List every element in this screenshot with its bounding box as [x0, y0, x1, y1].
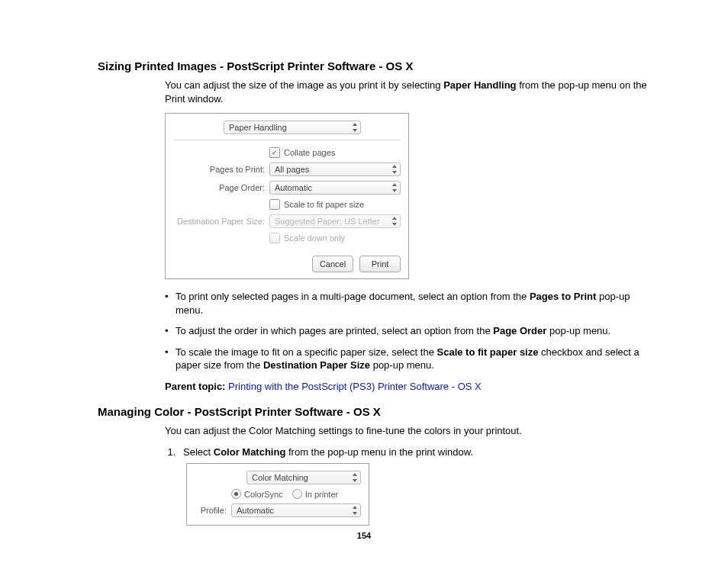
parent-topic-label: Parent topic:: [165, 381, 228, 392]
bullet-1: To print only selected pages in a multi-…: [165, 290, 659, 317]
s1a: Select: [183, 446, 214, 458]
page-order-value: Automatic: [275, 183, 312, 192]
colorsync-radio[interactable]: [231, 489, 241, 499]
destination-size-select: Suggested Paper: US Letter: [269, 214, 401, 228]
s1c: from the pop-up menu in the print window…: [285, 446, 473, 458]
b2b: Page Order: [493, 325, 546, 336]
intro-bold: Paper Handling: [443, 79, 516, 91]
color-matching-dialog: Color Matching ColorSync In printer Prof…: [186, 463, 369, 526]
in-printer-radio[interactable]: [292, 489, 302, 499]
scale-fit-checkbox[interactable]: [269, 199, 280, 210]
pages-to-print-select[interactable]: All pages: [269, 162, 401, 176]
cancel-button[interactable]: Cancel: [312, 256, 353, 272]
dialog-button-row: Cancel Print: [173, 249, 401, 272]
b1a: To print only selected pages in a multi-…: [176, 291, 530, 302]
popup-menu-value: Paper Handling: [229, 123, 287, 132]
profile-value: Automatic: [237, 506, 274, 515]
scale-down-label: Scale down only: [284, 233, 345, 243]
section2-heading: Managing Color - PostScript Printer Soft…: [98, 405, 659, 418]
destination-size-row: Destination Paper Size: Suggested Paper:…: [173, 214, 401, 228]
page-order-select[interactable]: Automatic: [269, 181, 401, 195]
section1-bullets: To print only selected pages in a multi-…: [165, 290, 659, 372]
profile-row: Profile: Automatic: [195, 503, 361, 517]
s1b: Color Matching: [214, 446, 286, 458]
updown-arrows-icon: [352, 505, 358, 516]
collate-checkbox[interactable]: ✓: [269, 147, 280, 158]
collate-label: Collate pages: [284, 148, 335, 157]
updown-arrows-icon: [352, 122, 358, 133]
section2-steps: Select Color Matching from the pop-up me…: [165, 446, 659, 459]
b2c: pop-up menu.: [546, 325, 610, 336]
b3a: To scale the image to fit on a specific …: [176, 346, 437, 358]
b3e: pop-up menu.: [370, 359, 434, 371]
scale-down-checkbox: [269, 233, 280, 243]
section1-heading: Sizing Printed Images - PostScript Print…: [98, 60, 659, 72]
in-printer-option[interactable]: In printer: [292, 489, 338, 499]
step-1: Select Color Matching from the pop-up me…: [179, 446, 659, 459]
popup-menu-select[interactable]: Paper Handling: [224, 121, 361, 134]
updown-arrows-icon: [391, 164, 398, 175]
scale-down-row: Scale down only: [173, 233, 401, 243]
b1b: Pages to Print: [530, 291, 596, 302]
popup-menu-select-2[interactable]: Color Matching: [246, 471, 361, 484]
paper-handling-dialog: Paper Handling ✓ Collate pages Pages to …: [165, 113, 409, 279]
b2a: To adjust the order in which pages are p…: [176, 325, 493, 336]
pages-to-print-value: All pages: [275, 165, 309, 174]
section2-body: You can adjust the Color Matching settin…: [165, 424, 659, 526]
document-page: Sizing Printed Images - PostScript Print…: [0, 0, 728, 563]
destination-size-label: Destination Paper Size:: [173, 217, 269, 226]
bullet-2: To adjust the order in which pages are p…: [165, 324, 659, 338]
updown-arrows-icon: [352, 472, 358, 483]
divider: [173, 140, 401, 140]
print-button[interactable]: Print: [359, 256, 401, 272]
destination-size-value: Suggested Paper: US Letter: [275, 217, 380, 226]
section1-intro: You can adjust the size of the image as …: [165, 79, 659, 105]
parent-topic-link[interactable]: Printing with the PostScript (PS3) Print…: [228, 381, 482, 392]
page-order-row: Page Order: Automatic: [173, 181, 401, 195]
menu-row-2: Color Matching: [195, 471, 361, 484]
profile-label: Profile:: [195, 506, 231, 515]
parent-topic: Parent topic: Printing with the PostScri…: [165, 380, 659, 394]
menu-row: Paper Handling: [173, 121, 401, 134]
profile-select[interactable]: Automatic: [231, 503, 361, 517]
popup-menu-value-2: Color Matching: [252, 473, 308, 482]
in-printer-label: In printer: [305, 490, 338, 499]
page-number: 154: [0, 531, 728, 540]
intro-text-pre: You can adjust the size of the image as …: [165, 79, 443, 91]
colorsync-label: ColorSync: [244, 490, 283, 499]
colorsync-option[interactable]: ColorSync: [231, 489, 283, 499]
color-mode-radios: ColorSync In printer: [231, 489, 361, 499]
bullet-3: To scale the image to fit on a specific …: [165, 346, 659, 372]
radio-dot-icon: [234, 492, 238, 496]
pages-to-print-label: Pages to Print:: [173, 165, 269, 174]
scale-fit-row: Scale to fit paper size: [173, 199, 401, 210]
page-order-label: Page Order:: [173, 183, 269, 192]
collate-row: ✓ Collate pages: [173, 147, 401, 158]
section1-body: You can adjust the size of the image as …: [165, 79, 659, 393]
section2-intro: You can adjust the Color Matching settin…: [165, 424, 659, 438]
pages-to-print-row: Pages to Print: All pages: [173, 162, 401, 176]
b3d: Destination Paper Size: [263, 359, 370, 371]
b3b: Scale to fit paper size: [437, 346, 539, 358]
scale-fit-label: Scale to fit paper size: [284, 200, 364, 209]
updown-arrows-icon: [391, 182, 398, 193]
updown-arrows-icon: [391, 216, 398, 227]
